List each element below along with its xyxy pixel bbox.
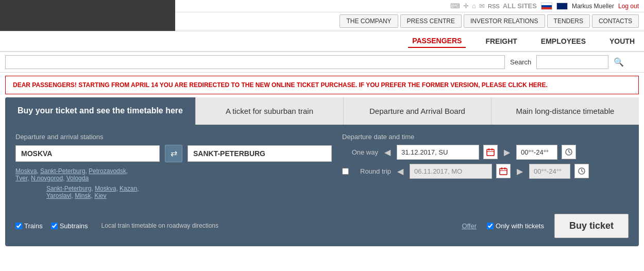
search-label: Search [510,58,531,66]
only-tickets-label[interactable]: Only with tickets [487,222,544,230]
monitor-icon[interactable]: ⌨ [450,2,460,10]
flag-uk[interactable] [556,3,568,10]
oneway-clock-button[interactable] [562,145,576,159]
quick-to-spb[interactable]: Sankt-Peterburg, [46,185,93,192]
nav-freight[interactable]: FREIGHT [481,35,521,47]
subtrains-checkbox[interactable] [51,223,58,229]
search-button[interactable]: 🔍 [614,57,624,67]
buy-ticket-button[interactable]: Buy ticket [554,214,629,238]
roundtrip-calendar-button[interactable] [496,164,511,178]
logo [0,0,175,31]
roundtrip-prev-button[interactable]: ◀ [395,166,405,176]
main-content: Buy your ticket and see the timetable he… [5,97,639,246]
trains-label: Trains [24,222,43,230]
only-tickets-checkbox[interactable] [487,223,494,229]
utility-icons: ⌨ ✛ ⌂ ✉ RSS ALL SITES [450,2,537,10]
calendar-icon [486,148,495,156]
home-icon[interactable]: ⌂ [472,2,476,10]
tabs-row: Buy your ticket and see the timetable he… [5,97,639,125]
main-search-input[interactable] [5,55,505,69]
oneway-prev-button[interactable]: ◀ [382,147,393,157]
plus-icon[interactable]: ✛ [463,2,469,10]
nav-investor-relations[interactable]: INVESTOR RELATIONS [464,14,545,28]
flag-russia[interactable] [541,3,552,10]
roundtrip-time-input[interactable] [529,164,570,179]
nav-press-centre[interactable]: PRESS CENTRE [400,14,462,28]
oneway-time-input[interactable] [516,145,557,160]
trains-checkbox[interactable] [15,223,22,229]
svg-rect-0 [487,149,494,156]
nav-top: THE COMPANY PRESS CENTRE INVESTOR RELATI… [175,12,644,30]
notice-text: DEAR PASSENGERS! STARTING FROM APRIL 14 … [13,81,529,89]
tab-buy-ticket[interactable]: Buy your ticket and see the timetable he… [5,97,195,125]
roundtrip-clock-button[interactable] [574,164,589,178]
form-area: Departure and arrival stations ⇄ Moskva,… [5,125,639,208]
roundtrip-date-input[interactable] [410,164,492,179]
quick-from-moskva[interactable]: Moskva [15,167,37,175]
roundtrip-row: Round trip ◀ ▶ [342,164,629,179]
quick-from-spb[interactable]: Sankt-Peterburg [40,167,85,175]
offer-link[interactable]: Offer [462,222,477,230]
tab-suburban-label: A ticket for suburban train [226,106,313,116]
oneway-label: One way [342,148,378,156]
notice-suffix: . [546,81,548,89]
tab-board-label: Departure and Arrival Board [369,106,465,116]
nav-employees[interactable]: EMPLOYEES [537,35,590,47]
tab-suburban[interactable]: A ticket for suburban train [195,97,343,125]
search-bar: Search 🔍 [0,52,644,73]
roundtrip-next-button[interactable]: ▶ [515,166,525,176]
header-right: ⌨ ✛ ⌂ ✉ RSS ALL SITES Markus Mueller Log… [175,0,644,31]
roundtrip-label: Round trip [355,167,391,175]
svg-rect-7 [500,168,507,175]
main-nav: PASSENGERS FREIGHT EMPLOYEES YOUTH [0,31,644,52]
subtrains-checkbox-label[interactable]: Subtrains [51,222,88,230]
from-station-input[interactable] [15,145,160,162]
nav-contacts[interactable]: CONTACTS [592,14,639,28]
nav-passengers[interactable]: PASSENGERS [408,35,466,48]
nav-tenders[interactable]: TENDERS [547,14,590,28]
quick-to-yaroslavl[interactable]: Yaroslavl, [46,192,73,199]
trains-checkbox-label[interactable]: Trains [15,222,43,230]
svg-line-13 [582,171,583,172]
station-inputs-row: ⇄ [15,145,332,162]
swap-stations-button[interactable]: ⇄ [165,145,182,162]
quick-from-tver[interactable]: Tver, [15,175,29,182]
to-station-input[interactable] [188,145,332,162]
nav-youth[interactable]: YOUTH [605,35,639,47]
quick-to-moskva[interactable]: Moskva, [95,185,118,192]
bottom-right: Offer Only with tickets Buy ticket [462,214,629,238]
form-left-col: Departure and arrival stations ⇄ Moskva,… [15,133,332,199]
quick-to-kazan[interactable]: Kazan, [120,185,139,192]
calendar-roundtrip-icon [499,167,507,175]
clock-icon [565,148,572,156]
roundtrip-checkbox[interactable] [342,168,349,175]
oneway-row: One way ◀ ▶ [342,145,629,160]
quick-from-petro[interactable]: Petrozavodsk, [89,167,128,175]
quick-to-minsk[interactable]: Minsk, [75,192,93,199]
email-icon[interactable]: ✉ [479,2,485,10]
quick-from-vologda[interactable]: Vologda [66,175,89,182]
quick-to-links: Sankt-Peterburg, Moskva, Kazan, Yaroslav… [46,185,332,199]
quick-to-kiev[interactable]: Kiev [94,192,106,199]
only-tickets-text: Only with tickets [496,222,544,230]
rss-label: RSS [488,3,500,9]
clock-roundtrip-icon [578,167,585,175]
nav-the-company[interactable]: THE COMPANY [340,14,398,28]
quick-from-links: Moskva, Sankt-Peterburg, Petrozavodsk, T… [15,167,332,182]
tab-timetable[interactable]: Main long-distance timetable [491,97,639,125]
tab-active-label: Buy your ticket and see the timetable he… [18,106,183,116]
header: ⌨ ✛ ⌂ ✉ RSS ALL SITES Markus Mueller Log… [0,0,644,31]
tab-board[interactable]: Departure and Arrival Board [343,97,491,125]
departure-label: Departure and arrival stations [15,133,332,141]
oneway-date-input[interactable] [397,145,479,160]
notice-link[interactable]: HERE [529,81,546,89]
logout-link[interactable]: Log out [618,3,639,10]
local-timetable-link[interactable]: Local train timetable on roadway directi… [101,222,218,230]
form-right-col: Departure date and time One way ◀ ▶ [342,133,629,199]
oneway-calendar-button[interactable] [483,145,498,159]
oneway-next-button[interactable]: ▶ [502,147,512,157]
search-input[interactable] [536,55,608,69]
allsites-link[interactable]: ALL SITES [503,2,537,10]
checkboxes-left: Trains Subtrains Local train timetable o… [15,222,218,230]
quick-from-novgorod[interactable]: N.novgorod, [31,175,64,182]
